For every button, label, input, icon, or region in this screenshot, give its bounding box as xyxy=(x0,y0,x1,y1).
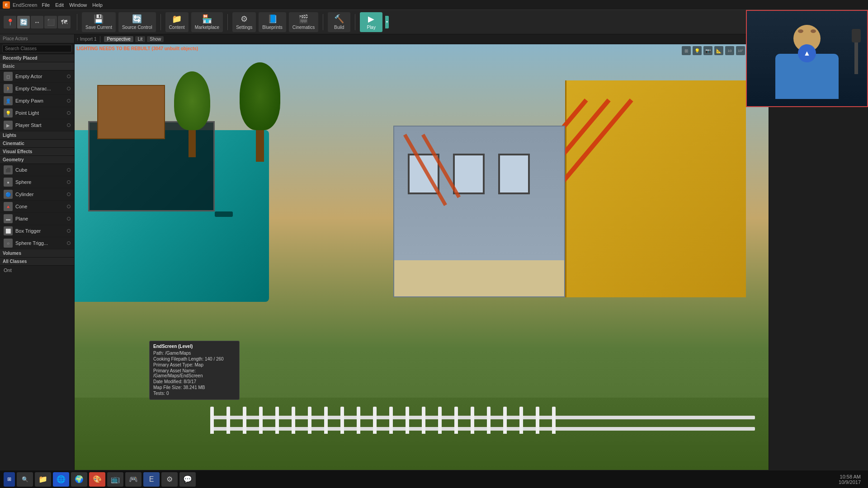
taskbar-app1[interactable]: 🎨 xyxy=(89,472,105,487)
panel-item-empty-charac[interactable]: 🚶 Empty Charac... xyxy=(0,83,74,95)
panel-item-plane[interactable]: ▬ Plane xyxy=(0,213,74,225)
item-dot-cube[interactable] xyxy=(67,168,71,172)
save-current-label: Save Current xyxy=(85,25,112,30)
asset-tooltip: EndScreen (Level) Path: /Game/Maps Cooki… xyxy=(149,341,240,400)
tooltip-title: EndScreen (Level) xyxy=(153,344,236,349)
taskbar-clock: 10:58 AM 10/9/2017 xyxy=(839,474,864,485)
place-actors-header: Place Actors xyxy=(0,34,74,43)
settings-button[interactable]: ⚙ Settings xyxy=(232,12,256,32)
taskbar-file-explorer[interactable]: 📁 xyxy=(35,472,51,487)
item-settings-dot[interactable] xyxy=(67,75,71,78)
marketplace-button[interactable]: 🏪 Marketplace xyxy=(191,12,223,32)
save-current-button[interactable]: 💾 Save Current xyxy=(82,12,116,32)
panel-item-point-light[interactable]: 💡 Point Light xyxy=(0,107,74,119)
blueprints-button[interactable]: 📘 Blueprints xyxy=(259,12,286,32)
content-button[interactable]: 📁 Content xyxy=(165,12,189,32)
separator-3 xyxy=(227,14,228,30)
panel-item-sphere[interactable]: ● Sphere xyxy=(0,176,74,188)
mode-btn-2[interactable]: 🔄 xyxy=(17,16,30,28)
taskbar-app3[interactable]: 🎮 xyxy=(125,472,142,487)
unreal-engine-logo: E xyxy=(3,1,10,9)
item-dot-sphere[interactable] xyxy=(67,180,71,184)
tooltip-tests-row: Tests: 0 xyxy=(153,391,236,396)
taskbar-search[interactable]: 🔍 xyxy=(17,472,33,487)
panel-item-sphere-trigger[interactable]: ○ Sphere Trigg... xyxy=(0,237,74,249)
category-visual-effects: Visual Effects xyxy=(0,148,74,156)
viewport-canvas[interactable]: LIGHTING NEEDS TO BE REBUILT (3047 unbui… xyxy=(75,44,769,479)
webcam-video: ▲ xyxy=(747,11,867,106)
import-label: ↑ Import 1 xyxy=(76,37,96,42)
panel-item-empty-actor[interactable]: ◻ Empty Actor xyxy=(0,70,74,83)
play-dropdown[interactable]: ▾ xyxy=(385,16,389,28)
mode-btn-1[interactable]: 📍 xyxy=(4,16,16,28)
person-silhouette xyxy=(766,25,848,106)
item-dot-cylinder[interactable] xyxy=(67,192,71,196)
category-basic: Basic xyxy=(0,62,74,70)
item-dot-cone[interactable] xyxy=(67,205,71,208)
help-menu[interactable]: Help xyxy=(92,2,103,8)
marketplace-icon: 🏪 xyxy=(202,14,212,24)
tooltip-filepath-row: Cooking Filepath Length: 140 / 260 xyxy=(153,357,236,361)
panel-item-cone[interactable]: 🔺 Cone xyxy=(0,201,74,213)
panel-item-cube[interactable]: ⬛ Cube xyxy=(0,164,74,176)
cinematics-button[interactable]: 🎬 Cinematics xyxy=(289,12,318,32)
vp-grid-size[interactable]: 10 xyxy=(725,46,734,55)
taskbar-date-display: 10/9/2017 xyxy=(839,479,861,485)
menu-bar: File Edit Window Help xyxy=(42,2,102,8)
taskbar-app2[interactable]: 📺 xyxy=(107,472,123,487)
taskbar-time-display: 10:58 AM xyxy=(839,474,861,479)
play-button[interactable]: ▶ Play xyxy=(360,12,382,32)
build-button[interactable]: 🔨 Build xyxy=(328,12,350,32)
fence xyxy=(210,402,755,438)
mic-stand xyxy=(854,38,858,74)
settings-label: Settings xyxy=(236,25,252,30)
settings-icon: ⚙ xyxy=(241,14,248,24)
taskbar-edge[interactable]: 🌐 xyxy=(53,472,69,487)
vp-icon-4[interactable]: 📐 xyxy=(714,46,723,55)
perspective-button[interactable]: Perspective xyxy=(104,36,133,42)
category-cinematic: Cinematic xyxy=(0,140,74,148)
cylinder-icon: 🔵 xyxy=(4,190,13,199)
empty-actor-icon: ◻ xyxy=(4,72,13,81)
vp-icon-1[interactable]: ⊞ xyxy=(682,46,691,55)
cone-icon: 🔺 xyxy=(4,202,13,211)
sphere-trigger-icon: ○ xyxy=(4,239,13,248)
item-dot-box-trigger[interactable] xyxy=(67,229,71,233)
item-settings-dot-3[interactable] xyxy=(67,99,71,103)
item-dot-plane[interactable] xyxy=(67,217,71,221)
panel-item-box-trigger[interactable]: ⬜ Box Trigger xyxy=(0,225,74,237)
lit-button[interactable]: Lit xyxy=(135,36,146,42)
mode-btn-4[interactable]: ⬛ xyxy=(44,16,57,28)
webcam-overlay: ▲ xyxy=(746,10,868,107)
vp-icon-2[interactable]: 💡 xyxy=(693,46,702,55)
category-all-classes: All Classes xyxy=(0,258,74,266)
search-input[interactable] xyxy=(2,45,72,52)
item-settings-dot-2[interactable] xyxy=(67,87,71,90)
file-menu[interactable]: File xyxy=(42,2,50,8)
vp-icon-3[interactable]: 📷 xyxy=(703,46,712,55)
vp-angle-size[interactable]: 10° xyxy=(736,46,745,55)
source-control-button[interactable]: 🔄 Source Control xyxy=(118,12,156,32)
item-dot-sphere-trigger[interactable] xyxy=(67,241,71,245)
mode-btn-5[interactable]: 🗺 xyxy=(58,16,71,28)
separator-2 xyxy=(160,14,161,30)
content-label: Content xyxy=(169,25,185,30)
item-settings-dot-5[interactable] xyxy=(67,123,71,127)
panel-item-cylinder[interactable]: 🔵 Cylinder xyxy=(0,188,74,201)
edit-menu[interactable]: Edit xyxy=(55,2,64,8)
taskbar-app4[interactable]: ⚙ xyxy=(161,472,178,487)
cinematics-label: Cinematics xyxy=(292,25,315,30)
lighting-warning: LIGHTING NEEDS TO BE REBUILT (3047 unbui… xyxy=(76,46,198,51)
taskbar-ue4[interactable]: E xyxy=(143,472,160,487)
start-button[interactable]: ⊞ xyxy=(4,472,15,487)
item-settings-dot-4[interactable] xyxy=(67,111,71,115)
show-button[interactable]: Show xyxy=(147,36,164,42)
panel-item-player-start[interactable]: ▶ Player Start xyxy=(0,119,74,131)
window-menu[interactable]: Window xyxy=(69,2,87,8)
mode-btn-3[interactable]: ↔ xyxy=(31,16,43,28)
tooltip-path-row: Path: /Game/Maps xyxy=(153,351,236,356)
panel-item-empty-pawn[interactable]: 👤 Empty Pawn xyxy=(0,95,74,107)
taskbar-chrome[interactable]: 🌍 xyxy=(71,472,87,487)
build-label: Build xyxy=(334,25,344,30)
taskbar-app5[interactable]: 💬 xyxy=(179,472,196,487)
